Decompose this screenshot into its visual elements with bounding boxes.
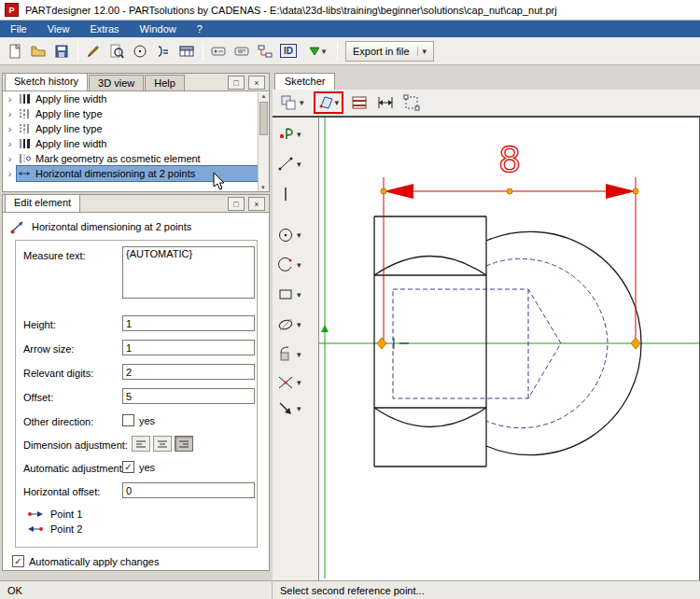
value-table-button[interactable]: [175, 40, 198, 63]
new-file-button[interactable]: [4, 40, 26, 63]
save-button[interactable]: [50, 40, 73, 63]
menu-extras[interactable]: Extras: [79, 21, 129, 37]
height-input[interactable]: [122, 315, 255, 331]
panel-restore-button[interactable]: □: [228, 197, 245, 211]
horizontal-dimension-button[interactable]: [377, 94, 394, 111]
pencil-icon: [85, 43, 102, 60]
toolbar-separator: [337, 42, 338, 61]
chevron-right-icon[interactable]: ›: [3, 138, 17, 149]
id-button[interactable]: ID: [277, 40, 300, 63]
scroll-down-icon[interactable]: ▾: [261, 184, 265, 191]
scrollbar-thumb[interactable]: [259, 102, 268, 135]
point1-icon: [27, 509, 44, 519]
toolbar-separator: [203, 42, 203, 61]
point-tool-button[interactable]: ▾: [276, 125, 301, 144]
apply-changes-checkbox[interactable]: ✓: [12, 555, 24, 567]
automatic-adjustment-checkbox[interactable]: ✓: [122, 461, 134, 473]
dimension-arrow-right: [606, 184, 636, 199]
preview-zoom-button[interactable]: [105, 40, 128, 63]
ellipse-tool-button[interactable]: ▾: [276, 315, 301, 334]
panel-close-button[interactable]: ×: [248, 76, 265, 90]
hatch-tool-button[interactable]: [351, 94, 368, 111]
other-direction-checkbox[interactable]: [122, 414, 134, 426]
rectangle-tool-button[interactable]: ▾: [276, 286, 301, 304]
sketcher-toolbar: ▾ ▾: [273, 90, 700, 118]
align-right-button[interactable]: [175, 436, 193, 452]
horizontal-dimension[interactable]: 8: [377, 139, 640, 349]
tab-help[interactable]: Help: [145, 75, 185, 91]
align-right-icon: [178, 439, 189, 449]
chevron-right-icon[interactable]: ›: [3, 123, 17, 134]
tab-3d-view[interactable]: 3D view: [89, 75, 144, 91]
horizontal-offset-input[interactable]: [122, 482, 255, 498]
move-tool-button[interactable]: ▾: [276, 399, 301, 418]
arrow-size-input[interactable]: [122, 340, 255, 355]
dimension-value[interactable]: 8: [498, 139, 521, 180]
chevron-down-icon: ▾: [297, 260, 301, 270]
align-left-button[interactable]: [132, 436, 150, 452]
list-item[interactable]: › Apply line width: [3, 136, 269, 151]
point1-label[interactable]: Point 1: [50, 508, 82, 520]
edit-sketch-button[interactable]: [82, 40, 105, 63]
list-item[interactable]: › Apply line type: [3, 106, 269, 121]
arc-tool-button[interactable]: ▾: [276, 256, 301, 274]
start-dropdown-button[interactable]: ▾: [301, 40, 332, 63]
panel-restore-button[interactable]: □: [228, 76, 245, 90]
relevant-digits-input[interactable]: [122, 364, 255, 380]
intersection-tool-button[interactable]: ▾: [276, 373, 301, 392]
align-center-button[interactable]: [153, 436, 172, 452]
fillet-tool-button[interactable]: ▾: [276, 345, 301, 364]
active-dimension-tool[interactable]: ▾: [314, 91, 344, 114]
reference-point-2[interactable]: [631, 338, 640, 349]
list-scrollbar[interactable]: ▴ ▾: [258, 92, 269, 191]
list-item-selected[interactable]: › Horizontal dimensioning at 2 points: [3, 166, 269, 181]
tab-sketch-history[interactable]: Sketch history: [5, 73, 88, 91]
menu-window[interactable]: Window: [130, 21, 187, 37]
list-item[interactable]: › Apply line width: [3, 91, 269, 106]
vertical-line-tool-button[interactable]: [276, 185, 295, 203]
offset-input[interactable]: [122, 388, 255, 404]
export-in-file-button[interactable]: Export in file ▾: [345, 41, 434, 62]
chevron-right-icon[interactable]: ›: [3, 108, 17, 119]
chevron-right-icon[interactable]: ›: [3, 153, 17, 164]
tab-sketcher[interactable]: Sketcher: [274, 73, 335, 90]
menu-help[interactable]: ?: [187, 21, 213, 37]
cap-nut-outline[interactable]: [374, 216, 641, 467]
id-icon: ID: [280, 44, 297, 58]
reference-point-1[interactable]: [377, 338, 386, 349]
vertical-line-icon: [276, 185, 295, 203]
chevron-down-icon: ▾: [297, 350, 301, 359]
select-grid-icon: [280, 94, 297, 111]
chevron-right-icon[interactable]: ›: [3, 93, 17, 104]
line-width-icon: [18, 138, 31, 149]
variables-button[interactable]: [152, 40, 175, 63]
list-item[interactable]: › Apply line type: [3, 121, 269, 136]
scroll-up-icon[interactable]: ▴: [262, 92, 266, 99]
line-type-icon: [18, 108, 31, 119]
tab-edit-element[interactable]: Edit element: [5, 194, 80, 212]
menu-file[interactable]: File: [0, 21, 37, 37]
selection-frame-button[interactable]: [403, 94, 420, 111]
chevron-down-icon: ▾: [300, 98, 304, 107]
measure-text-input[interactable]: {AUTOMATIC}: [122, 246, 255, 299]
open-file-button[interactable]: [27, 40, 49, 63]
control-button-1[interactable]: [207, 40, 230, 63]
sketcher-canvas[interactable]: 8: [318, 118, 700, 580]
sketch-circle-button[interactable]: [129, 40, 151, 63]
circle-tool-button[interactable]: ▾: [276, 226, 301, 244]
chevron-right-icon[interactable]: ›: [3, 168, 17, 179]
list-item[interactable]: › Mark geometry as cosmetic element: [3, 151, 269, 166]
arrow-size-label: Arrow size:: [23, 343, 74, 355]
panel-close-button[interactable]: ×: [248, 197, 265, 211]
line-tool-button[interactable]: ▾: [276, 155, 301, 174]
list-item-label: Apply line type: [35, 123, 103, 134]
other-direction-option: yes: [139, 415, 155, 426]
hatch-icon: [351, 94, 368, 111]
menu-view[interactable]: View: [37, 21, 80, 37]
sketch-drawing[interactable]: 8: [319, 118, 699, 578]
control-button-2[interactable]: [231, 40, 253, 63]
point2-label[interactable]: Point 2: [50, 523, 82, 535]
relations-button[interactable]: [254, 40, 276, 63]
select-tool-button[interactable]: ▾: [280, 94, 304, 111]
dimension-adjustment-label: Dimension adjustment:: [23, 439, 128, 451]
